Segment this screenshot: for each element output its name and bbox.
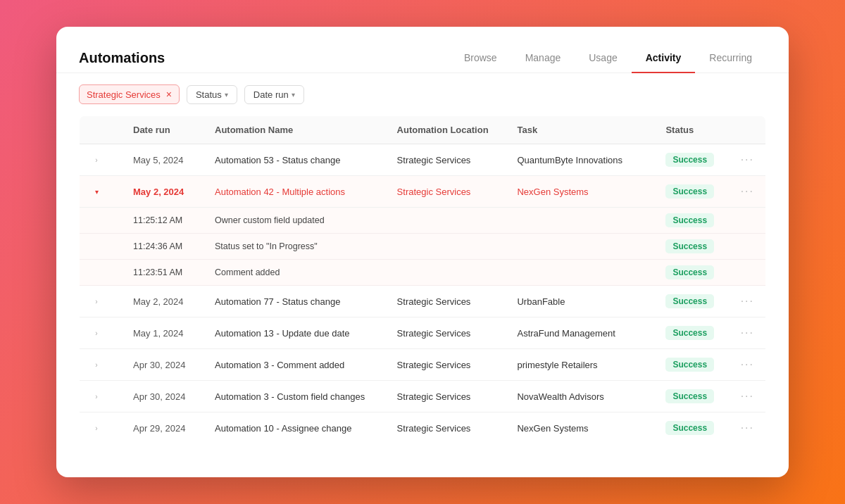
col-more <box>730 116 766 144</box>
sub-row-time: 11:24:36 AM <box>122 234 204 260</box>
date-run-filter-button[interactable]: Date run ▾ <box>244 85 304 104</box>
automation-location-cell: Strategic Services <box>386 349 506 381</box>
automation-name-cell: Automation 3 - Comment added <box>204 349 386 381</box>
filter-tag-strategic-services[interactable]: Strategic Services × <box>79 84 180 104</box>
row-expand-icon[interactable]: › <box>91 359 102 370</box>
status-filter-button[interactable]: Status ▾ <box>187 85 237 104</box>
automation-location-cell: Strategic Services <box>386 286 506 317</box>
automation-name-cell: Automation 77 - Status change <box>204 286 386 317</box>
table-container: Date run Automation Name Automation Loca… <box>56 115 789 461</box>
status-cell: Success <box>654 412 729 444</box>
main-window: Automations Browse Manage Usage Activity… <box>56 27 789 477</box>
expand-chevron-cell[interactable]: › <box>80 144 123 176</box>
more-options-cell[interactable]: ··· <box>730 176 766 208</box>
status-cell: Success <box>654 286 729 317</box>
col-date-run: Date run <box>122 116 204 144</box>
sub-row-status-cell: Success <box>654 260 729 286</box>
sub-row-status-badge: Success <box>665 239 714 253</box>
date-cell: Apr 30, 2024 <box>122 381 204 412</box>
status-badge: Success <box>665 184 714 199</box>
more-options-button[interactable]: ··· <box>741 185 754 197</box>
more-options-button[interactable]: ··· <box>741 153 754 165</box>
row-expand-icon[interactable]: › <box>91 327 102 339</box>
page-title: Automations <box>79 50 165 66</box>
date-cell: Apr 30, 2024 <box>122 349 204 381</box>
task-cell: QuantumByte Innovations <box>506 144 654 176</box>
sub-row-more <box>730 234 766 260</box>
tab-activity[interactable]: Activity <box>632 44 696 73</box>
col-status: Status <box>654 116 729 144</box>
status-cell: Success <box>654 317 729 349</box>
status-cell: Success <box>654 349 729 381</box>
expand-chevron-cell[interactable]: ▾ <box>80 176 123 208</box>
more-options-button[interactable]: ··· <box>741 327 754 339</box>
date-run-chevron-icon: ▾ <box>292 91 295 99</box>
more-options-cell[interactable]: ··· <box>730 381 766 412</box>
table-row: › Apr 29, 2024 Automation 10 - Assignee … <box>80 412 766 444</box>
status-cell: Success <box>654 381 729 412</box>
filter-remove-button[interactable]: × <box>166 89 172 100</box>
row-expand-icon[interactable]: › <box>91 391 102 402</box>
sub-row-status-cell: Success <box>654 208 729 234</box>
status-badge: Success <box>665 389 714 403</box>
col-task: Task <box>506 116 654 144</box>
sub-row-action: Comment added <box>204 260 654 286</box>
tab-usage[interactable]: Usage <box>575 44 631 73</box>
automation-location-cell: Strategic Services <box>386 176 506 208</box>
expand-chevron-cell[interactable]: › <box>80 381 123 412</box>
more-options-cell[interactable]: ··· <box>730 317 766 349</box>
more-options-button[interactable]: ··· <box>741 295 754 307</box>
automation-location-cell: Strategic Services <box>386 144 506 176</box>
expand-chevron-cell[interactable]: › <box>80 286 123 317</box>
date-cell: May 2, 2024 <box>122 176 204 208</box>
date-cell: Apr 29, 2024 <box>122 412 204 444</box>
row-expand-icon[interactable]: ▾ <box>91 186 102 197</box>
tab-browse[interactable]: Browse <box>450 44 511 73</box>
sub-row-spacer <box>80 234 123 260</box>
header: Automations Browse Manage Usage Activity… <box>56 27 789 73</box>
table-row: › Apr 30, 2024 Automation 3 - Comment ad… <box>80 349 766 381</box>
task-cell: NexGen Systems <box>506 176 654 208</box>
status-cell: Success <box>654 176 729 208</box>
expand-chevron-cell[interactable]: › <box>80 317 123 349</box>
automation-location-cell: Strategic Services <box>386 317 506 349</box>
filter-bar: Strategic Services × Status ▾ Date run ▾ <box>56 73 789 115</box>
more-options-button[interactable]: ··· <box>741 390 754 402</box>
status-chevron-icon: ▾ <box>225 91 228 99</box>
status-badge: Success <box>665 153 714 167</box>
automation-name-cell: Automation 42 - Multiple actions <box>204 176 386 208</box>
automation-name-cell: Automation 3 - Custom field changes <box>204 381 386 412</box>
table-row: › May 5, 2024 Automation 53 - Status cha… <box>80 144 766 176</box>
task-cell: UrbanFable <box>506 286 654 317</box>
status-badge: Success <box>665 294 714 308</box>
sub-row-spacer <box>80 260 123 286</box>
task-cell: NovaWealth Advisors <box>506 381 654 412</box>
more-options-cell[interactable]: ··· <box>730 144 766 176</box>
row-expand-icon[interactable]: › <box>91 296 102 307</box>
more-options-cell[interactable]: ··· <box>730 349 766 381</box>
expand-chevron-cell[interactable]: › <box>80 349 123 381</box>
row-expand-icon[interactable]: › <box>91 154 102 165</box>
more-options-cell[interactable]: ··· <box>730 286 766 317</box>
expand-chevron-cell[interactable]: › <box>80 412 123 444</box>
col-automation-name: Automation Name <box>204 116 386 144</box>
table-row: ▾ May 2, 2024 Automation 42 - Multiple a… <box>80 176 766 208</box>
automations-table: Date run Automation Name Automation Loca… <box>79 115 766 444</box>
more-options-button[interactable]: ··· <box>741 422 754 434</box>
col-expand <box>80 116 123 144</box>
table-row: › May 1, 2024 Automation 13 - Update due… <box>80 317 766 349</box>
header-top: Automations Browse Manage Usage Activity… <box>79 44 766 73</box>
sub-row-action: Owner custom field updated <box>204 208 654 234</box>
sub-row-more <box>730 260 766 286</box>
sub-row: 11:24:36 AM Status set to "In Progress" … <box>80 234 766 260</box>
more-options-cell[interactable]: ··· <box>730 412 766 444</box>
tabs: Browse Manage Usage Activity Recurring <box>450 44 766 73</box>
sub-row-status-badge: Success <box>665 265 714 279</box>
tab-recurring[interactable]: Recurring <box>695 44 766 73</box>
more-options-button[interactable]: ··· <box>741 358 754 370</box>
sub-row-more <box>730 208 766 234</box>
sub-row: 11:25:12 AM Owner custom field updated S… <box>80 208 766 234</box>
row-expand-icon[interactable]: › <box>91 422 102 434</box>
tab-manage[interactable]: Manage <box>511 44 575 73</box>
automation-location-cell: Strategic Services <box>386 412 506 444</box>
